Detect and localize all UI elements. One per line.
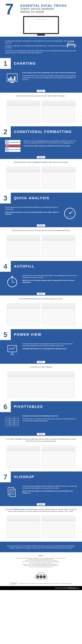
excel-window: [8, 372, 74, 398]
svg-rect-1: [67, 45, 68, 48]
section-3-title: QUICK ANALYSIS: [11, 196, 49, 200]
percent-bars: 99% 80% 87% 82% 91%: [5, 140, 20, 152]
instruction-4: Click and hold the lower-right corner of…: [0, 296, 82, 302]
svg-rect-32: [10, 420, 14, 422]
section-7-body-text: If you're working across different sheet…: [22, 485, 77, 489]
section-5-title: POWER VIEW: [11, 332, 41, 337]
screenshot-1: [0, 99, 82, 126]
screenshot-6: [0, 444, 82, 472]
excel-window: [7, 446, 40, 468]
section-4-body: A huge time saver, and one that many peo…: [0, 272, 82, 292]
svg-point-13: [69, 213, 71, 214]
monitor-illustration: =POWERFUL(employee): [23, 16, 59, 34]
svg-rect-38: [10, 424, 14, 426]
svg-rect-11: [10, 82, 14, 83]
section-7-title: VLOOKUP: [11, 475, 34, 479]
section-5-num: 5: [0, 329, 11, 340]
excel-window: [42, 446, 75, 468]
svg-text:91%: 91%: [71, 216, 72, 217]
section-3-extra: After selecting your data, you can acces…: [5, 212, 59, 215]
intro-p3: 67% of these roles demand expertise in b…: [5, 50, 77, 54]
howto-3: How to:: [0, 223, 82, 227]
source-line: Smartburg, T. (2014). 5 tips and tricks …: [5, 564, 77, 565]
section-2-head: 2 CONDITIONAL FORMATTING: [0, 126, 82, 137]
source-line: Taylor, M. (2017). 11 places that can tu…: [5, 561, 77, 562]
svg-rect-8: [10, 77, 11, 81]
section-4-body-text: A huge time saver, and one that many peo…: [22, 274, 77, 278]
section-2-body: 99% 80% 87% 82% 91% With this tool, you …: [0, 137, 82, 155]
license-row: CC ⊚ BY-SA This image is licensed under …: [0, 581, 82, 586]
svg-rect-36: [14, 422, 19, 424]
svg-rect-34: [5, 422, 10, 424]
excel-window: [7, 303, 40, 325]
table-icon: [5, 415, 19, 429]
svg-rect-3: [71, 42, 74, 44]
section-6-title: PIVOTTABLES: [11, 405, 43, 409]
excel-window: [42, 167, 75, 189]
section-6-body-text: PivotTables allow you to quickly summari…: [22, 418, 77, 422]
chart-icon: [5, 72, 19, 86]
svg-rect-2: [75, 45, 75, 48]
percent-bar: 82%: [5, 147, 20, 150]
footer-brand: FUNSubstance: [67, 587, 76, 589]
svg-rect-29: [10, 419, 14, 420]
section-1-lead: If you're going to present data to stake…: [22, 72, 76, 74]
svg-rect-17: [11, 276, 13, 277]
svg-rect-35: [10, 422, 14, 424]
instruction-1: Enter data into Excel with column header…: [0, 93, 82, 99]
source-line: Doyle, A. (2017). Chart types in Office.…: [5, 566, 77, 568]
source-line: Microsoft. (2017). Create a PivotTable t…: [5, 565, 77, 566]
title-sub: EVERY OFFICE WORKERNEEDS TO KNOW: [20, 8, 77, 14]
section-7-body: If you're working across different sheet…: [0, 482, 82, 502]
produced-by: Produced by S T L: [0, 570, 82, 581]
sources: Sources Capital One and Burning Glass. (…: [0, 552, 82, 570]
stopwatch-icon: [5, 274, 19, 289]
monitor-formula: =POWERFUL(employee): [24, 17, 58, 21]
howto-2: How to:: [0, 155, 82, 159]
excel-window: [7, 516, 40, 538]
desk-icon: [65, 39, 77, 48]
big-number: 7: [5, 1, 14, 17]
section-6-head: 6 PIVOTTABLES: [0, 401, 82, 412]
excel-window: [42, 303, 75, 325]
screenshot-7: [0, 514, 82, 542]
section-1-body: If you're going to present data to stake…: [0, 69, 82, 89]
section-5-head: 5 POWER VIEW: [0, 329, 82, 340]
source-line: Microsoft. (2016). Analyze your data ins…: [5, 559, 77, 560]
section-4-title: AUTOFILL: [11, 264, 35, 268]
section-6-body: Arguably the most powerful yet intimidat…: [0, 412, 82, 432]
section-7-head: 7 VLOOKUP: [0, 472, 82, 482]
intro-block: For office workers looking for enhanced …: [0, 37, 82, 58]
svg-line-23: [10, 354, 12, 355]
produced-label: Produced by: [0, 572, 82, 574]
excel-window: [7, 167, 40, 189]
section-1-head: 1 CHARTING: [0, 58, 82, 69]
cc-badge-icon: CC ⊚ BY-SA: [10, 582, 17, 584]
section-1-title: CHARTING: [11, 62, 36, 66]
svg-rect-31: [5, 420, 10, 422]
instruction-2: Select the cell and click "Home > Condit…: [0, 159, 82, 166]
gauge-icon: 52%91%: [63, 206, 77, 220]
section-6-lead: Arguably the most powerful yet intimidat…: [22, 415, 58, 417]
section-5-body: An interactive data exploration and visu…: [0, 340, 82, 360]
section-1-num: 1: [0, 58, 11, 69]
section-3-num: 3: [0, 193, 11, 204]
section-4-num: 4: [0, 261, 11, 272]
sources-heading: Sources: [5, 555, 77, 556]
instruction-3: Select your data and click on the icon i…: [0, 227, 82, 234]
howto-6: How to:: [0, 432, 82, 436]
excel-window: [42, 235, 75, 257]
svg-rect-33: [14, 420, 19, 422]
svg-line-24: [12, 354, 14, 355]
svg-rect-37: [5, 424, 10, 426]
section-2-num: 2: [0, 126, 11, 137]
screenshot-2: [0, 166, 82, 193]
screenshot-5: [0, 370, 82, 401]
section-7-extra: Ideal for sales professionals, it can pu…: [22, 490, 73, 494]
svg-rect-41: [10, 489, 15, 497]
license-text: This image is licensed under the Creativ…: [19, 583, 72, 584]
svg-rect-39: [14, 424, 19, 426]
section-4-extra: With this tool, Excel recognises pattern…: [22, 280, 75, 283]
svg-rect-5: [68, 44, 69, 44]
section-3-body-text: This tool speeds up the process of worki…: [5, 206, 60, 210]
